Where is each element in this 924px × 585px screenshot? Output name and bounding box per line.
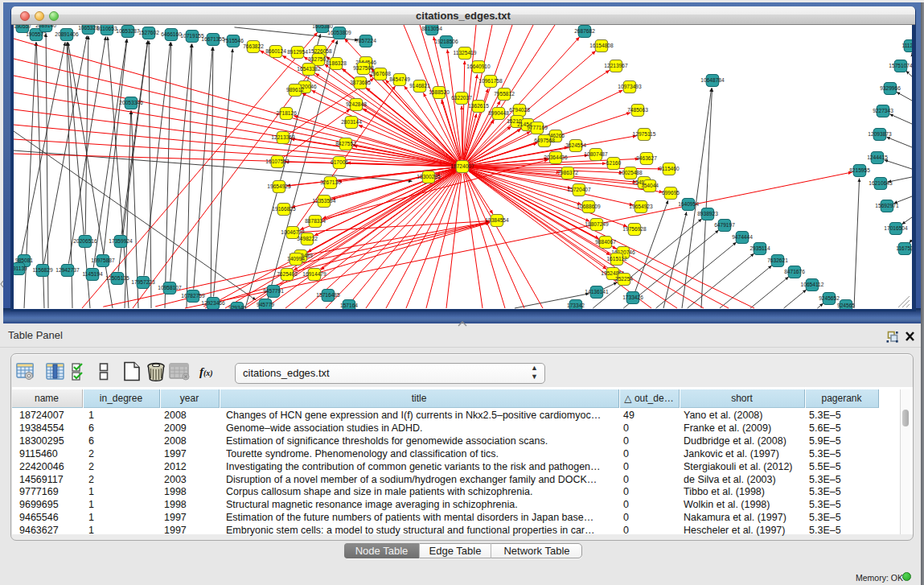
svg-text:12505135: 12505135 [105,275,129,281]
svg-text:3873685: 3873685 [350,80,371,85]
svg-text:6479197: 6479197 [714,222,735,228]
svg-text:10973493: 10973493 [618,84,642,89]
svg-text:9457791: 9457791 [263,288,284,294]
svg-text:19975887: 19975887 [91,257,115,263]
svg-text:617006: 617006 [331,159,348,165]
svg-text:10654112: 10654112 [801,282,824,287]
svg-text:6497568: 6497568 [534,138,555,143]
svg-text:16671355: 16671355 [201,36,225,42]
svg-text:12213363: 12213363 [271,134,295,140]
svg-text:19384554: 19384554 [485,217,509,223]
svg-text:18724007: 18724007 [450,163,474,169]
svg-text:391139: 391139 [14,266,27,271]
svg-text:3267130: 3267130 [320,179,341,185]
svg-text:6322037: 6322037 [451,95,472,101]
svg-text:157164: 157164 [340,303,358,308]
svg-text:945779: 945779 [257,302,274,307]
svg-text:8454749: 8454749 [389,76,410,82]
svg-text:16914479: 16914479 [302,271,326,277]
svg-text:111254: 111254 [901,43,912,48]
svg-text:16640910: 16640910 [466,64,491,69]
svg-text:12093873: 12093873 [868,131,892,137]
svg-text:9463627: 9463627 [636,155,657,161]
svg-text:19166825: 19166825 [272,206,296,212]
svg-text:7485063: 7485063 [627,107,648,113]
svg-text:11325419: 11325419 [454,50,477,56]
svg-text:12213967: 12213967 [604,63,628,68]
svg-text:2935114: 2935114 [749,245,770,251]
svg-text:6794028: 6794028 [509,107,530,113]
svg-text:1527602: 1527602 [138,30,159,35]
svg-text:10025488: 10025488 [618,170,643,175]
svg-text:9474444: 9474444 [732,234,753,240]
svg-text:9242848: 9242848 [346,101,367,107]
svg-text:16543382: 16543382 [297,66,321,72]
svg-text:11353594: 11353594 [313,198,336,204]
svg-text:2687682: 2687682 [574,28,595,34]
svg-text:8186328: 8186328 [326,60,347,66]
svg-text:10688609: 10688609 [577,204,601,209]
svg-text:929346: 929346 [228,305,246,309]
svg-text:8990448: 8990448 [488,110,509,116]
svg-text:15751074: 15751074 [889,63,912,68]
svg-text:140994: 140994 [287,256,305,262]
svg-text:7663822: 7663822 [243,43,264,49]
svg-text:6466160: 6466160 [161,31,182,37]
svg-text:19756928: 19756928 [622,226,647,232]
svg-text:1605380: 1605380 [312,25,333,29]
svg-text:10648784: 10648784 [700,77,725,83]
svg-text:9110653: 9110653 [97,26,117,31]
svg-text:17016504: 17016504 [884,225,908,231]
svg-text:20053346: 20053346 [119,100,143,105]
svg-text:18807249: 18807249 [585,221,609,227]
svg-text:1905572: 1905572 [26,31,47,37]
svg-text:8427552: 8427552 [335,141,356,146]
svg-text:18300295: 18300295 [417,174,441,179]
svg-text:16053809: 16053809 [327,30,351,35]
svg-text:7625402: 7625402 [277,271,298,277]
svg-text:12923466: 12923466 [201,300,225,306]
svg-text:1065328: 1065328 [78,25,99,31]
svg-text:3498222: 3498222 [297,236,318,241]
svg-text:2803144: 2803144 [341,119,362,125]
svg-text:1640954: 1640954 [678,201,699,207]
svg-text:16210643: 16210643 [869,180,893,186]
svg-text:2967608: 2967608 [370,71,391,76]
svg-text:10958107: 10958107 [158,285,182,290]
svg-text:19654923: 19654923 [629,204,653,209]
svg-text:252254: 252254 [615,276,633,282]
svg-text:20891406: 20891406 [55,31,79,37]
svg-text:17957223: 17957223 [131,279,155,285]
svg-text:8660124: 8660124 [265,48,286,54]
svg-text:9327508: 9327508 [353,65,374,71]
svg-text:8215955: 8215955 [849,167,870,173]
svg-text:62160: 62160 [606,160,622,166]
svg-text:754044: 754044 [641,183,659,188]
svg-text:924565: 924565 [837,303,855,308]
svg-text:15716485: 15716485 [316,292,340,298]
svg-text:8471676: 8471676 [784,269,805,274]
svg-text:16107553: 16107553 [265,159,290,164]
svg-text:7857224: 7857224 [355,38,376,43]
svg-text:10653287: 10653287 [116,28,140,34]
svg-text:12975115: 12975115 [633,131,656,137]
svg-text:1588520: 1588520 [429,89,450,95]
svg-text:7515546: 7515546 [223,38,244,43]
svg-text:19218506: 19218506 [434,39,458,44]
svg-text:1615112: 1615112 [606,256,627,262]
svg-text:14136141: 14136141 [585,289,609,295]
svg-text:3624554: 3624554 [565,142,586,148]
svg-text:699695: 699695 [662,190,680,196]
svg-text:9227343: 9227343 [873,108,893,113]
svg-text:7955812: 7955812 [494,91,515,97]
svg-text:19654925: 19654925 [267,183,291,189]
svg-text:1733426: 1733426 [622,295,643,300]
svg-text:989612: 989612 [286,87,304,93]
svg-text:8878334: 8878334 [305,218,326,224]
svg-text:15720407: 15720407 [567,187,591,192]
svg-text:15692971: 15692971 [875,203,899,208]
svg-text:7632621: 7632621 [767,257,788,263]
svg-text:7986372: 7986372 [557,170,578,175]
svg-text:173342: 173342 [567,303,585,308]
svg-text:10807487: 10807487 [584,151,608,157]
